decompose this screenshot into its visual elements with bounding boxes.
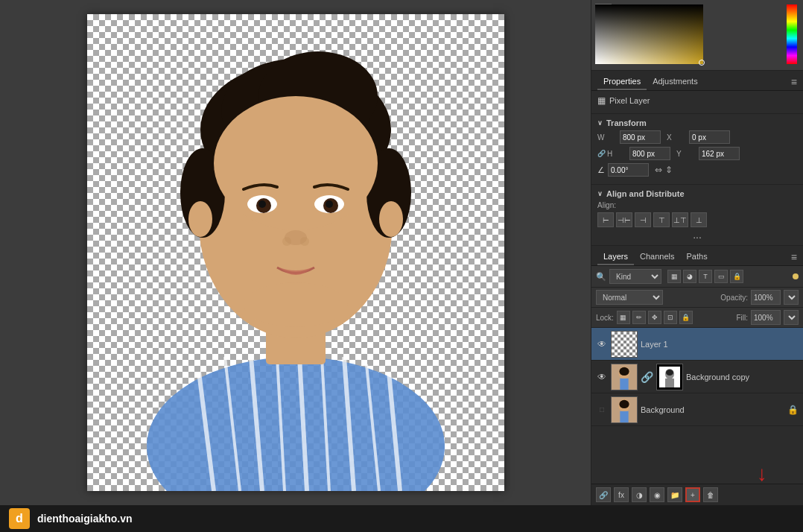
opacity-label: Opacity:	[720, 294, 748, 302]
canvas-area	[0, 0, 591, 505]
fill-input[interactable]	[751, 310, 781, 325]
layer-bg-copy-visibility[interactable]: 👁	[596, 371, 608, 383]
flip-h-icon[interactable]: ⇔	[655, 165, 662, 175]
angle-input[interactable]	[608, 163, 649, 177]
kind-select[interactable]: Kind	[609, 269, 661, 284]
svg-point-23	[326, 200, 333, 208]
filter-icons: ▦ ◕ T ▭ 🔒	[667, 270, 743, 283]
h-label: H	[607, 150, 629, 158]
filter-dot	[793, 273, 799, 279]
layer-bg-name: Background	[641, 405, 784, 414]
color-picker-area	[591, 0, 803, 71]
layer-bg-thumbnail	[611, 396, 638, 423]
lock-paint-btn[interactable]: ✏	[632, 311, 646, 324]
layers-menu-icon[interactable]: ≡	[791, 251, 797, 263]
align-section: Align and Distribute Align: ⊢ ⊣⊢ ⊣ ⊤ ⊥⊤ …	[591, 185, 803, 246]
align-label: Align:	[597, 201, 616, 209]
layer-1-visibility[interactable]: 👁	[596, 338, 608, 350]
lock-row: Lock: ▦ ✏ ✥ ⊡ 🔒 Fill: ▾	[591, 308, 803, 328]
flip-v-icon[interactable]: ⇕	[665, 165, 673, 175]
x-input[interactable]	[689, 130, 730, 144]
layer-1-thumbnail	[611, 331, 638, 358]
group-btn[interactable]: 📁	[667, 487, 682, 502]
blend-row: Normal Opacity: ▾	[591, 288, 803, 308]
chain-icon-bg-copy: 🔗	[641, 371, 653, 383]
layers-panel: Layers Channels Paths ≡ 🔍 Kind ▦ ◕ T ▭ 🔒	[591, 246, 803, 505]
fx-btn[interactable]: fx	[614, 487, 629, 502]
angle-icon: ∠	[597, 165, 605, 175]
layer-item-background[interactable]: □ Background 🔒	[591, 393, 803, 426]
tab-properties[interactable]: Properties	[597, 74, 647, 90]
tab-paths[interactable]: Paths	[681, 249, 714, 265]
transform-angle-row: ∠ ⇔ ⇕	[597, 163, 797, 177]
align-top-btn[interactable]: ⊤	[653, 212, 670, 227]
canvas-wrapper	[87, 14, 504, 491]
transform-section: Transform W X 🔗 H Y	[591, 114, 803, 185]
adjustment-btn[interactable]: ◉	[650, 487, 664, 502]
tab-channels[interactable]: Channels	[634, 249, 680, 265]
lock-label: Lock:	[596, 314, 614, 322]
lock-transparent-btn[interactable]: ▦	[617, 311, 630, 324]
properties-scroll[interactable]: ▦ Pixel Layer Transform W X �	[591, 91, 803, 246]
watermark-text: dienthoaigiakho.vn	[37, 513, 133, 525]
h-input[interactable]	[629, 147, 670, 160]
tab-adjustments[interactable]: Adjustments	[647, 74, 704, 90]
align-right-btn[interactable]: ⊣	[635, 212, 651, 227]
svg-point-26	[300, 237, 309, 246]
layer-item-1[interactable]: 👁 Layer 1	[591, 328, 803, 361]
layer-bg-copy-mask	[656, 364, 683, 390]
person-photo	[87, 14, 504, 491]
lock-ratio-container: 🔗	[597, 150, 606, 157]
layer-item-bg-copy[interactable]: 👁 🔗	[591, 361, 803, 393]
properties-panel: Properties Adjustments ≡ ▦ Pixel Layer T…	[591, 71, 803, 246]
layers-bottom: 🔗 fx ◑ ◉ 📁 + 🗑 ↓	[591, 484, 803, 505]
align-left-btn[interactable]: ⊢	[597, 212, 614, 227]
filter-adjustment-icon[interactable]: ◕	[683, 270, 696, 283]
color-gradient[interactable]	[595, 4, 703, 64]
tab-layers[interactable]: Layers	[597, 249, 634, 265]
link-layers-btn[interactable]: 🔗	[596, 487, 611, 502]
eye-icon-bg-copy: 👁	[597, 372, 606, 382]
layer-bg-visibility[interactable]: □	[596, 404, 608, 416]
align-bottom-btn[interactable]: ⊥	[691, 212, 707, 227]
opacity-dropdown[interactable]: ▾	[784, 290, 799, 305]
x-label: X	[667, 133, 689, 142]
blend-mode-select[interactable]: Normal	[596, 290, 663, 305]
opacity-input[interactable]	[751, 290, 781, 305]
svg-point-22	[258, 200, 266, 208]
properties-menu-icon[interactable]: ≡	[791, 76, 797, 88]
svg-point-29	[244, 282, 348, 327]
lock-artboard-btn[interactable]: ⊡	[664, 311, 677, 324]
filter-pixel-icon[interactable]: ▦	[667, 270, 681, 283]
lock-all-btn[interactable]: 🔒	[679, 311, 693, 324]
y-label: Y	[676, 150, 699, 158]
svg-point-25	[282, 237, 291, 246]
svg-point-27	[188, 201, 212, 237]
layers-tabs: Layers Channels Paths ≡	[591, 246, 803, 266]
align-center-v-btn[interactable]: ⊥⊤	[672, 212, 688, 227]
svg-point-32	[619, 367, 629, 375]
filter-shape-icon[interactable]: ▭	[714, 270, 728, 283]
svg-rect-37	[665, 379, 674, 387]
transform-w-row: W X	[597, 130, 797, 144]
main-area: Properties Adjustments ≡ ▦ Pixel Layer T…	[0, 0, 803, 505]
pixel-layer-row: ▦ Pixel Layer	[597, 95, 797, 106]
filter-smart-icon[interactable]: 🔒	[730, 270, 743, 283]
fill-label: Fill:	[736, 314, 748, 322]
mask-btn[interactable]: ◑	[632, 487, 647, 502]
svg-rect-41	[620, 411, 628, 422]
svg-point-36	[666, 370, 673, 376]
color-spectrum[interactable]	[787, 4, 797, 64]
w-input[interactable]	[620, 130, 661, 144]
svg-point-40	[619, 399, 629, 408]
fill-dropdown[interactable]: ▾	[784, 310, 799, 325]
pixel-layer-icon: ▦	[597, 95, 606, 106]
lock-move-btn[interactable]: ✥	[648, 311, 661, 324]
delete-layer-btn[interactable]: 🗑	[703, 487, 718, 502]
align-center-h-btn[interactable]: ⊣⊢	[616, 212, 632, 227]
y-input[interactable]	[699, 147, 740, 160]
new-layer-btn[interactable]: +	[685, 487, 700, 502]
svg-point-17	[214, 96, 378, 230]
align-label-row: Align:	[597, 201, 797, 209]
filter-type-icon[interactable]: T	[699, 270, 712, 283]
